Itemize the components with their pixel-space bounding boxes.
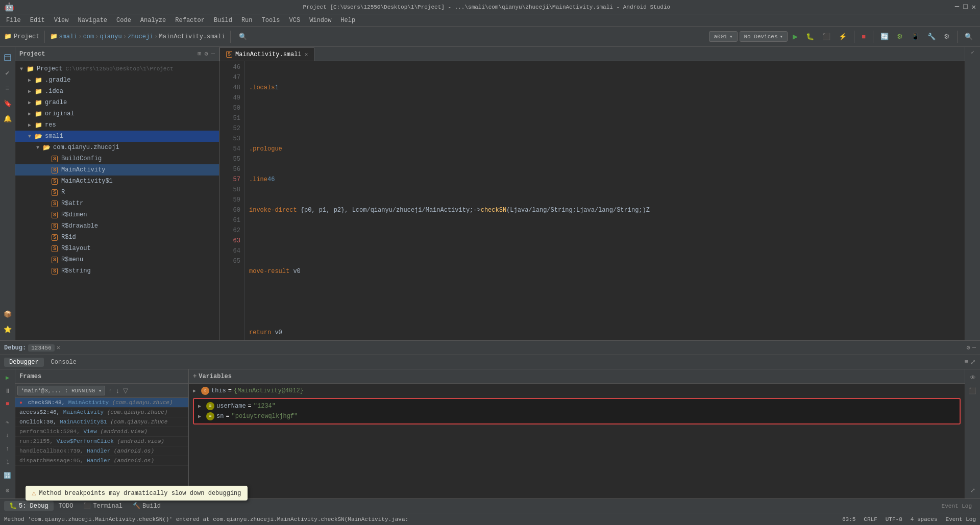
menu-window[interactable]: Window [305, 16, 335, 25]
app-tab-terminal[interactable]: ⬛ Terminal [78, 501, 128, 511]
evaluate-button[interactable]: 🔢 [2, 469, 14, 482]
resource-manager-button[interactable]: 📦 [1, 308, 14, 321]
run-button[interactable]: ▶ [790, 31, 801, 42]
breadcrumb-zhuceji[interactable]: zhuceji [128, 33, 153, 40]
frame-item-2[interactable]: onClick:30, MainActivity$1 (com.qianyu.z… [15, 417, 188, 427]
tree-item-gradle[interactable]: ▶ 📁 .gradle [15, 74, 219, 86]
menu-edit[interactable]: Edit [26, 16, 49, 25]
tree-item-idea[interactable]: ▶ 📁 .idea [15, 86, 219, 97]
gradle-button[interactable]: ⚙ [894, 31, 906, 42]
status-encoding[interactable]: UTF-8 [886, 516, 902, 522]
breadcrumb-qianyu[interactable]: qianyu [100, 33, 121, 40]
search-button[interactable]: 🔍 [962, 31, 976, 42]
avd-button[interactable]: 📱 [908, 31, 922, 42]
list-view-icon[interactable]: ≡ [964, 358, 968, 366]
tree-root[interactable]: ▼ 📁 Project C:\Users\12550\Desktop\1\Pro… [15, 63, 219, 74]
breadcrumb-smali[interactable]: smali [59, 33, 77, 40]
notifications-tool-button[interactable]: 🔔 [1, 112, 14, 126]
collapse-icon[interactable]: ─ [972, 344, 976, 352]
settings-debug-button[interactable]: ⚙ [2, 484, 14, 496]
panel-settings-icon[interactable]: ⚙ [205, 50, 208, 58]
app-tab-debug[interactable]: 🐛 5: Debug [4, 501, 54, 511]
expand-icon[interactable]: ⤢ [970, 358, 976, 366]
menu-tools[interactable]: Tools [258, 16, 284, 25]
tab-debugger[interactable]: Debugger [4, 358, 44, 367]
var-item-username[interactable]: ▶ ≡ userName = "1234" [196, 401, 958, 411]
step-over-button[interactable]: ↷ [2, 416, 14, 429]
project-tool-button[interactable] [1, 51, 14, 64]
code-editor[interactable]: 46 47 48 49 50 51 52 53 54 55 56 57 58 5… [219, 61, 965, 340]
status-indent[interactable]: 4 spaces [911, 516, 938, 522]
tree-item-res[interactable]: ▶ 📁 res [15, 119, 219, 131]
sdk-button[interactable]: 🔧 [924, 31, 939, 42]
frame-item-1[interactable]: access$2:46, MainActivity (com.qianyu.zh… [15, 408, 188, 417]
event-log-button[interactable]: Event Log [938, 502, 976, 510]
tree-item-gradle2[interactable]: ▶ 📁 gradle [15, 97, 219, 108]
maximize-button[interactable]: □ [963, 3, 967, 11]
menu-file[interactable]: File [2, 16, 25, 25]
app-tab-todo[interactable]: TODO [54, 502, 79, 511]
tab-console[interactable]: Console [46, 358, 82, 367]
bookmarks-tool-button[interactable]: 🔖 [1, 97, 14, 110]
tree-item-rdimen[interactable]: S R$dimen [15, 209, 219, 220]
settings-icon[interactable]: ⚙ [967, 344, 970, 352]
breadcrumb-com[interactable]: com [83, 33, 94, 40]
menu-run[interactable]: Run [237, 16, 257, 25]
tree-item-mainactivity1[interactable]: S MainActivity$1 [15, 176, 219, 187]
down-frame-button[interactable]: ↓ [115, 386, 120, 395]
debug-button[interactable]: 🐛 [803, 31, 817, 42]
tree-item-package[interactable]: ▼ 📂 com.qianyu.zhuceji [15, 142, 219, 153]
frame-item-5[interactable]: handleCallback:739, Handler (android.os) [15, 446, 188, 456]
tree-item-rlayout[interactable]: S R$layout [15, 243, 219, 254]
menu-view[interactable]: View [50, 16, 73, 25]
filter-frames-button[interactable]: ▽ [122, 386, 129, 395]
code-content[interactable]: .locals 1 .prologue .line 46 invoke-dire… [245, 61, 965, 340]
tree-item-rattr[interactable]: S R$attr [15, 198, 219, 209]
up-frame-button[interactable]: ↑ [107, 386, 113, 395]
add-watch-icon[interactable]: + [193, 373, 197, 380]
tab-mainactivity[interactable]: S MainActivity.smali ✕ [219, 47, 314, 61]
menu-help[interactable]: Help [336, 16, 359, 25]
device-selector[interactable]: No Devices ▾ [740, 31, 788, 42]
settings-button[interactable]: ⚙ [941, 31, 953, 42]
breadcrumb-mainactivity[interactable]: MainActivity.smali [159, 33, 226, 40]
profile-button[interactable]: ⚡ [836, 31, 850, 42]
menu-analyze[interactable]: Analyze [136, 16, 170, 25]
tab-close-button[interactable]: ✕ [305, 51, 308, 58]
close-button[interactable]: ✕ [972, 3, 976, 11]
tree-item-smali[interactable]: ▼ 📂 smali [15, 131, 219, 142]
step-out-button[interactable]: ↑ [2, 443, 14, 455]
tree-item-rmenu[interactable]: S R$menu [15, 254, 219, 265]
minimize-button[interactable]: ─ [955, 3, 959, 11]
pause-button[interactable]: ⏸ [2, 385, 14, 397]
tree-item-rstring[interactable]: S R$string [15, 265, 219, 277]
event-log-status[interactable]: Event Log [946, 516, 976, 522]
stop-button[interactable]: ■ [859, 31, 869, 42]
search-everywhere-button[interactable]: 🔍 [236, 31, 250, 42]
run-cursor-button[interactable]: ⤵ [2, 456, 14, 468]
panel-minimize-icon[interactable]: ─ [211, 51, 215, 58]
panel-external-icon[interactable]: ⊞ [198, 50, 201, 58]
tree-item-mainactivity[interactable]: S MainActivity [15, 164, 219, 176]
watches-icon[interactable]: 👁 [967, 371, 979, 384]
attach-debugger-button[interactable]: ⬛ [819, 31, 834, 42]
tree-item-buildconfig[interactable]: S BuildConfig [15, 153, 219, 164]
status-linesep[interactable]: CRLF [864, 516, 877, 522]
menu-build[interactable]: Build [210, 16, 236, 25]
debug-session-badge[interactable]: 123456 [28, 344, 55, 352]
sync-button[interactable]: 🔄 [877, 31, 892, 42]
menu-refactor[interactable]: Refactor [171, 16, 209, 25]
status-position[interactable]: 63:5 [842, 516, 855, 522]
sn-expand-arrow[interactable]: ▶ [198, 413, 204, 419]
tree-item-original[interactable]: ▶ 📁 original [15, 108, 219, 119]
frame-item-3[interactable]: performClick:5204, View (android.view) [15, 427, 188, 437]
memory-icon[interactable]: ⬛ [967, 385, 979, 397]
stop-debug-button[interactable]: ■ [2, 398, 14, 410]
thread-selector[interactable]: *main*@3,... : RUNNING ▾ [17, 386, 105, 395]
device-config-selector[interactable]: a001 ▾ [709, 31, 737, 42]
app-tab-build[interactable]: 🔨 Build [128, 501, 166, 511]
resume-button[interactable]: ▶ [2, 371, 14, 384]
commit-tool-button[interactable]: ✔ [1, 66, 14, 80]
menu-vcs[interactable]: VCS [285, 16, 305, 25]
this-expand-arrow[interactable]: ▶ [193, 388, 199, 394]
